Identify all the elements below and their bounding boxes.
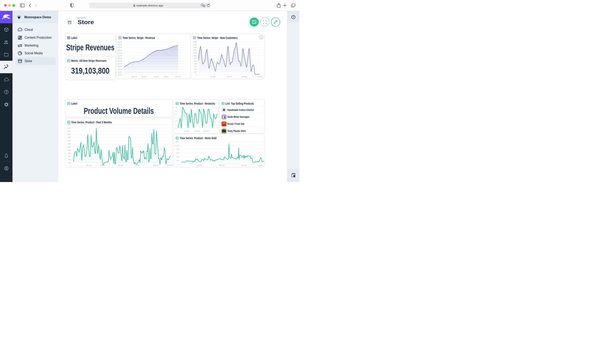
svg-text:1: 1 bbox=[176, 127, 176, 129]
svg-text:Jan '22: Jan '22 bbox=[154, 76, 159, 78]
svg-text:24 Jan: 24 Jan bbox=[184, 130, 189, 132]
svg-text:1,000: 1,000 bbox=[193, 60, 197, 62]
svg-text:08 Feb: 08 Feb bbox=[204, 130, 208, 132]
svg-text:600: 600 bbox=[68, 155, 71, 158]
svg-text:80.0K: 80.0K bbox=[118, 73, 122, 76]
svg-text:4: 4 bbox=[176, 117, 176, 119]
svg-text:2,000: 2,000 bbox=[193, 46, 197, 48]
svg-text:Dec '21: Dec '21 bbox=[132, 76, 137, 78]
svg-text:2,200: 2,200 bbox=[67, 130, 71, 132]
svg-text:Feb '22: Feb '22 bbox=[175, 76, 181, 78]
svg-text:0: 0 bbox=[178, 163, 179, 165]
svg-text:2: 2 bbox=[176, 124, 176, 126]
svg-text:95.0K: 95.0K bbox=[118, 65, 122, 68]
svg-text:200: 200 bbox=[194, 71, 196, 73]
svg-text:90.0K: 90.0K bbox=[118, 68, 122, 70]
svg-text:140.0K: 140.0K bbox=[117, 41, 122, 43]
svg-text:800: 800 bbox=[194, 62, 196, 65]
svg-text:0: 0 bbox=[70, 165, 71, 167]
svg-text:120.0K: 120.0K bbox=[117, 52, 122, 54]
svg-text:15 Jan: 15 Jan bbox=[164, 76, 168, 78]
svg-text:16 Feb: 16 Feb bbox=[258, 164, 263, 166]
svg-text:1,000: 1,000 bbox=[175, 144, 179, 146]
svg-text:15 Dec: 15 Dec bbox=[142, 76, 147, 78]
svg-text:Feb '22: Feb '22 bbox=[194, 130, 199, 132]
svg-text:1,600: 1,600 bbox=[193, 52, 197, 54]
svg-text:1,200: 1,200 bbox=[175, 140, 179, 143]
svg-text:08 Feb: 08 Feb bbox=[241, 164, 246, 166]
svg-text:200: 200 bbox=[68, 161, 71, 164]
svg-text:200: 200 bbox=[176, 159, 179, 162]
svg-text:24 Jan: 24 Jan bbox=[211, 76, 215, 78]
svg-text:400: 400 bbox=[176, 156, 179, 158]
svg-text:1,200: 1,200 bbox=[67, 146, 71, 148]
svg-text:5: 5 bbox=[176, 110, 176, 112]
svg-text:115.0K: 115.0K bbox=[117, 54, 122, 57]
svg-text:85.0K: 85.0K bbox=[118, 71, 122, 73]
svg-text:3: 3 bbox=[176, 120, 176, 122]
svg-text:Feb '22: Feb '22 bbox=[219, 164, 224, 166]
svg-text:2,600: 2,600 bbox=[67, 124, 71, 126]
svg-text:400: 400 bbox=[194, 68, 196, 70]
svg-text:2,400: 2,400 bbox=[193, 41, 197, 43]
svg-text:6: 6 bbox=[176, 106, 176, 109]
svg-text:2,400: 2,400 bbox=[67, 127, 71, 129]
svg-text:130.0K: 130.0K bbox=[117, 46, 122, 48]
svg-text:800: 800 bbox=[68, 152, 71, 154]
svg-text:105.0K: 105.0K bbox=[117, 60, 122, 62]
svg-text:600: 600 bbox=[176, 152, 179, 154]
svg-text:600: 600 bbox=[194, 65, 196, 67]
svg-text:135.0K: 135.0K bbox=[117, 44, 122, 46]
svg-text:0: 0 bbox=[196, 73, 196, 76]
svg-text:24 Jan: 24 Jan bbox=[197, 164, 201, 166]
svg-text:Feb '22: Feb '22 bbox=[227, 76, 232, 78]
svg-text:800: 800 bbox=[176, 148, 179, 150]
svg-text:2,000: 2,000 bbox=[67, 133, 71, 135]
svg-text:1,200: 1,200 bbox=[193, 57, 197, 59]
svg-text:1,000: 1,000 bbox=[67, 149, 71, 151]
svg-text:08 Feb: 08 Feb bbox=[242, 76, 247, 78]
svg-text:A: A bbox=[202, 4, 203, 6]
svg-text:1,400: 1,400 bbox=[67, 142, 71, 145]
svg-text:1,400: 1,400 bbox=[193, 54, 197, 57]
svg-text:110.0K: 110.0K bbox=[117, 57, 122, 59]
svg-text:1,800: 1,800 bbox=[67, 136, 71, 139]
svg-text:2,200: 2,200 bbox=[193, 44, 197, 46]
svg-text:400: 400 bbox=[68, 158, 71, 160]
svg-text:16 Feb: 16 Feb bbox=[257, 76, 262, 78]
svg-text:125.0K: 125.0K bbox=[117, 49, 122, 51]
svg-text:1,800: 1,800 bbox=[193, 49, 197, 51]
svg-text:5: 5 bbox=[176, 113, 176, 115]
svg-text:100.0K: 100.0K bbox=[117, 62, 122, 65]
svg-text:1,600: 1,600 bbox=[67, 139, 71, 142]
